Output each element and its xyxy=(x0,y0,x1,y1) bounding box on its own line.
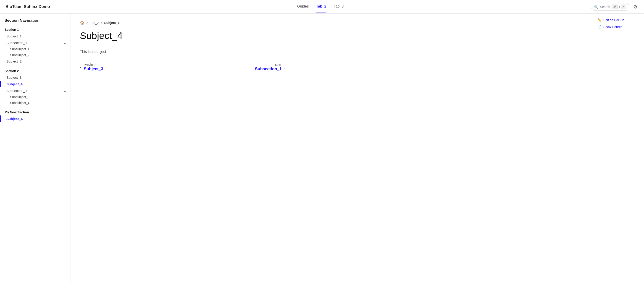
sidebar-section-2-title: Section 2 xyxy=(0,67,70,74)
next-nav[interactable]: Next Subsection_1 › xyxy=(255,63,286,71)
layout: Section Navigation Section 1 Subject_1 S… xyxy=(0,14,644,282)
prev-label: Previous xyxy=(84,63,103,67)
page-title: Subject_4 xyxy=(80,30,584,41)
breadcrumb: 🏠 > Tab_2 > Subject_4 xyxy=(80,20,584,25)
search-icon: 🔍 xyxy=(594,5,598,9)
sidebar-item-subsection1-s2[interactable]: Subsection_1 ∧ xyxy=(0,87,70,94)
sidebar-item-subject3[interactable]: Subject_3 xyxy=(0,74,70,81)
kbd-cmd: ⌘ xyxy=(612,4,618,9)
search-label: Search xyxy=(600,5,610,9)
edit-on-github-link[interactable]: ✏️ Edit on GitHub xyxy=(598,18,640,22)
home-icon: 🏠 xyxy=(80,21,84,25)
tab-tab3[interactable]: Tab_3 xyxy=(334,0,344,13)
edit-on-github-label: Edit on GitHub xyxy=(603,18,624,22)
search-box[interactable]: 🔍 Search ⌘ + K xyxy=(591,3,630,11)
kbd-plus: + xyxy=(618,5,620,9)
next-link[interactable]: Subsection_1 xyxy=(255,67,282,71)
show-source-link[interactable]: 📄 Show Source xyxy=(598,25,640,29)
sidebar-item-subsection1-s1[interactable]: Subsection_1 ∧ xyxy=(0,39,70,46)
sidebar-heading: Section Navigation xyxy=(0,18,70,25)
sidebar-subitem-subsubject4[interactable]: Subsubject_4 xyxy=(0,100,70,106)
search-shortcut: ⌘ + K xyxy=(612,4,626,9)
tab-guides[interactable]: Guides xyxy=(297,0,309,13)
next-label: Next xyxy=(275,63,282,67)
sidebar-item-subject4[interactable]: Subject_4 xyxy=(0,81,70,87)
show-source-label: Show Source xyxy=(603,25,622,29)
page-description: This is a subject xyxy=(80,50,584,54)
nav-footer: ‹ Previous Subject_3 Next Subsection_1 › xyxy=(80,63,286,71)
navbar-tabs: Guides Tab_2 Tab_3 xyxy=(297,0,344,13)
right-sidebar: ✏️ Edit on GitHub 📄 Show Source xyxy=(594,14,644,282)
brand: BioTeam Sphinx Demo xyxy=(6,4,50,9)
sidebar-section-new-title: My New Section xyxy=(0,108,70,115)
breadcrumb-tab2[interactable]: Tab_2 xyxy=(90,21,99,25)
navbar: BioTeam Sphinx Demo Guides Tab_2 Tab_3 🔍… xyxy=(0,0,644,14)
sidebar-subitem-subsubject1[interactable]: Subsubject_1 xyxy=(0,46,70,52)
kbd-k: K xyxy=(621,4,626,9)
sidebar-section-1-title: Section 1 xyxy=(0,25,70,33)
prev-nav[interactable]: ‹ Previous Subject_3 xyxy=(80,63,103,71)
pencil-icon: ✏️ xyxy=(598,18,602,22)
next-arrow-icon: › xyxy=(284,65,286,70)
settings-icon[interactable]: ⚙ xyxy=(632,4,638,10)
sidebar-subitem-subsubject2[interactable]: Subsubject_2 xyxy=(0,52,70,58)
document-icon: 📄 xyxy=(598,25,602,29)
chevron-up-icon: ∧ xyxy=(64,41,66,44)
title-divider xyxy=(80,45,584,45)
sidebar-item-subject4-new[interactable]: Subject_4 xyxy=(0,115,70,122)
prev-arrow-icon: ‹ xyxy=(80,65,82,70)
main-content: 🏠 > Tab_2 > Subject_4 Subject_4 This is … xyxy=(71,14,594,282)
sidebar-item-subject2[interactable]: Subject_2 xyxy=(0,58,70,65)
sidebar-item-subject1[interactable]: Subject_1 xyxy=(0,33,70,39)
sidebar-subitem-subsubject3[interactable]: Subsubject_3 xyxy=(0,94,70,100)
chevron-up-icon-2: ∧ xyxy=(64,89,66,92)
prev-link[interactable]: Subject_3 xyxy=(84,67,103,71)
tab-tab2[interactable]: Tab_2 xyxy=(316,0,326,13)
navbar-right: 🔍 Search ⌘ + K ⚙ xyxy=(591,3,638,11)
breadcrumb-sep1: > xyxy=(86,21,88,25)
sidebar: Section Navigation Section 1 Subject_1 S… xyxy=(0,14,71,282)
breadcrumb-sep2: > xyxy=(100,21,102,25)
breadcrumb-current: Subject_4 xyxy=(104,21,120,25)
home-link[interactable]: 🏠 xyxy=(80,20,84,25)
